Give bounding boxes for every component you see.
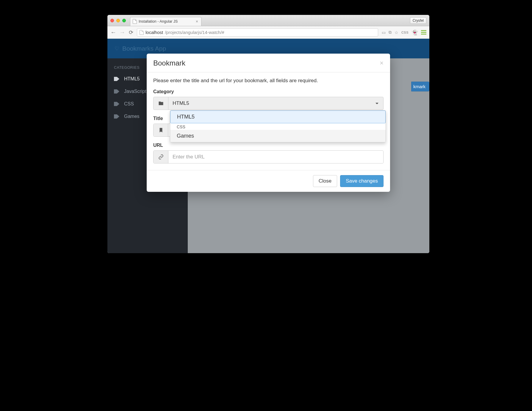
profile-name: Crysfel: [413, 18, 424, 23]
option-label: CSS: [177, 124, 185, 129]
forward-button[interactable]: →: [119, 29, 125, 36]
url-host: localhost: [145, 30, 163, 35]
devtools-icon[interactable]: ⧉: [389, 30, 392, 35]
option-label: HTML5: [177, 114, 195, 120]
modal-footer: Close Save changes: [147, 170, 390, 192]
save-button-label: Save changes: [346, 178, 378, 184]
tab-title: Installation - Angular JS: [139, 19, 178, 24]
back-button[interactable]: ←: [110, 29, 116, 36]
url-input[interactable]: [168, 151, 383, 163]
url-label: URL: [153, 143, 384, 148]
option-label: Games: [177, 133, 194, 139]
devices-icon[interactable]: ▭: [382, 30, 386, 35]
nav-arrows: ← →: [110, 29, 125, 36]
link-icon: [154, 151, 168, 163]
page-icon: [133, 19, 137, 24]
save-button[interactable]: Save changes: [340, 175, 384, 187]
close-button-label: Close: [319, 178, 331, 184]
bookmark-icon: [154, 124, 168, 136]
bookmark-star-icon[interactable]: ☆: [395, 30, 398, 35]
window-close-button[interactable]: [110, 19, 114, 22]
tab-close-icon[interactable]: ×: [196, 19, 198, 24]
url-path: /projects/angularjs/14-watch/#: [165, 30, 224, 35]
reload-button[interactable]: ⟳: [129, 29, 133, 36]
ghostery-icon[interactable]: 👻: [411, 29, 418, 36]
app-brand: Bookmarks App: [122, 45, 166, 52]
address-bar[interactable]: localhost/projects/angularjs/14-watch/#: [137, 28, 378, 37]
category-label: Category: [153, 89, 384, 94]
category-option-html5[interactable]: HTML5: [170, 110, 386, 123]
folder-icon: [154, 97, 168, 110]
modal-title: Bookmark: [153, 59, 185, 67]
window-titlebar: Installation - Angular JS × Crysfel: [107, 15, 429, 26]
chrome-menu-button[interactable]: [421, 30, 426, 35]
category-option-games[interactable]: Games: [170, 130, 386, 142]
modal-close-icon[interactable]: ×: [380, 60, 384, 66]
window-maximize-button[interactable]: [122, 19, 126, 22]
bookmark-modal: Bookmark × Please enter the title and th…: [147, 54, 390, 192]
browser-toolbar: ← → ⟳ localhost/projects/angularjs/14-wa…: [107, 26, 429, 39]
category-selected-value: HTML5: [168, 97, 383, 110]
close-button[interactable]: Close: [313, 175, 337, 187]
category-option-css[interactable]: CSS: [170, 123, 386, 130]
category-select[interactable]: HTML5 HTML5 CSS Games: [153, 97, 384, 110]
url-input-group: [153, 150, 384, 164]
browser-window: Installation - Angular JS × Crysfel ← → …: [107, 15, 429, 253]
browser-tab[interactable]: Installation - Angular JS ×: [130, 17, 201, 26]
css-extension-icon[interactable]: CSS: [401, 31, 409, 34]
heart-icon: ♡: [115, 45, 119, 52]
site-icon: [140, 30, 144, 35]
modal-header: Bookmark ×: [147, 54, 390, 72]
window-minimize-button[interactable]: [116, 19, 120, 22]
window-controls: [110, 19, 126, 22]
toolbar-extensions: ▭ ⧉ ☆ CSS 👻: [382, 29, 426, 36]
app-viewport: ♡ Bookmarks App CATEGORIES HTML5 JavaScr…: [107, 39, 429, 253]
modal-body: Please enter the title and the url for y…: [147, 72, 390, 170]
profile-button[interactable]: Crysfel: [410, 17, 426, 24]
category-dropdown: HTML5 CSS Games: [170, 110, 386, 142]
modal-helper-text: Please enter the title and the url for y…: [153, 78, 384, 84]
chevron-down-icon: [375, 103, 378, 104]
